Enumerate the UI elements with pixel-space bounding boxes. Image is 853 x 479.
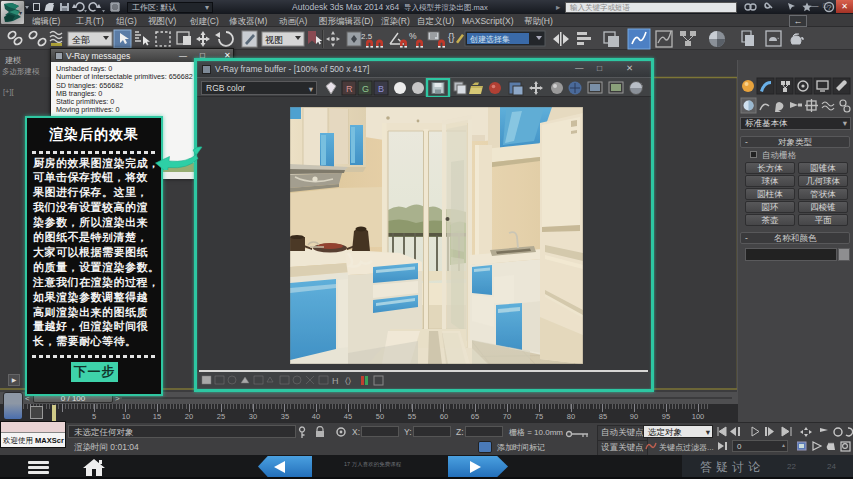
svg-text:30: 30 [249, 412, 257, 421]
svg-text:?: ? [827, 3, 832, 12]
svg-text:60: 60 [440, 412, 448, 421]
svg-text:85: 85 [599, 412, 607, 421]
svg-text:45: 45 [344, 412, 352, 421]
svg-text:视图: 视图 [265, 35, 283, 45]
svg-text:55: 55 [408, 412, 416, 421]
svg-text:100: 100 [692, 412, 705, 421]
svg-text:创建选择集: 创建选择集 [469, 35, 510, 44]
svg-text:15: 15 [153, 412, 161, 421]
svg-text:50: 50 [376, 412, 384, 421]
svg-text:{}: {} [448, 32, 455, 43]
svg-text:80: 80 [567, 412, 575, 421]
svg-text:75: 75 [535, 412, 543, 421]
svg-text:全部: 全部 [72, 35, 90, 45]
svg-text:2.5: 2.5 [361, 32, 373, 41]
svg-text:95: 95 [662, 412, 670, 421]
svg-text:40: 40 [312, 412, 320, 421]
svg-text:5: 5 [92, 412, 96, 421]
svg-text:65: 65 [471, 412, 479, 421]
svg-text:%: % [409, 31, 417, 41]
svg-text:35: 35 [281, 412, 289, 421]
svg-text:25: 25 [217, 412, 225, 421]
svg-text:70: 70 [503, 412, 511, 421]
svg-text:10: 10 [122, 412, 130, 421]
svg-text:20: 20 [185, 412, 193, 421]
svg-text:90: 90 [630, 412, 638, 421]
